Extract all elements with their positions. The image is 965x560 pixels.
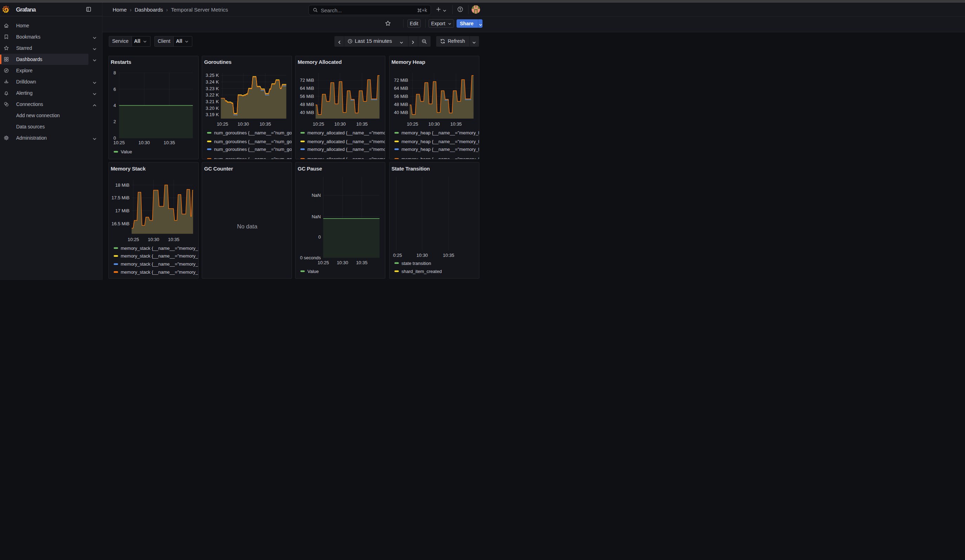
svg-text:num_goroutines {__name__="num_: num_goroutines {__name__="num_go: [214, 156, 292, 159]
svg-text:10:25: 10:25: [113, 140, 125, 145]
svg-text:10:30: 10:30: [337, 260, 348, 265]
svg-text:56 MiB: 56 MiB: [394, 93, 408, 99]
svg-text:10:25: 10:25: [216, 121, 228, 126]
svg-text:10:25: 10:25: [317, 260, 329, 265]
svg-text:num_goroutines {__name__="num_: num_goroutines {__name__="num_go: [214, 139, 292, 144]
svg-text:72 MiB: 72 MiB: [300, 77, 314, 82]
svg-text:10:25: 10:25: [313, 121, 325, 126]
svg-text:10:30: 10:30: [237, 121, 249, 126]
svg-text:48 MiB: 48 MiB: [300, 101, 314, 107]
svg-text:40 MiB: 40 MiB: [300, 110, 314, 115]
svg-text:40 MiB: 40 MiB: [394, 110, 408, 115]
svg-text:Value: Value: [121, 149, 132, 154]
svg-text:num_goroutines {__name__="num_: num_goroutines {__name__="num_go: [214, 147, 292, 152]
svg-text:8: 8: [113, 70, 116, 75]
svg-text:3.21 K: 3.21 K: [206, 99, 219, 104]
svg-text:2: 2: [113, 119, 116, 124]
svg-text:3.22 K: 3.22 K: [206, 92, 219, 98]
svg-text:56 MiB: 56 MiB: [300, 93, 314, 99]
svg-text:state transition: state transition: [401, 261, 431, 266]
svg-text:64 MiB: 64 MiB: [394, 85, 408, 90]
svg-text:3.25 K: 3.25 K: [206, 73, 219, 78]
svg-text:16.5 MiB: 16.5 MiB: [111, 221, 129, 226]
svg-text:17 MiB: 17 MiB: [115, 208, 129, 213]
svg-text:18 MiB: 18 MiB: [115, 183, 129, 188]
svg-text:10:30: 10:30: [416, 253, 428, 258]
svg-text:10:35: 10:35: [443, 253, 455, 258]
svg-text:10:30: 10:30: [428, 121, 440, 126]
svg-text:memory_heap {__name__="memory_: memory_heap {__name__="memory_h: [401, 156, 479, 159]
svg-text:10:35: 10:35: [168, 237, 179, 242]
svg-text:No data: No data: [237, 223, 258, 230]
svg-text:10:35: 10:35: [356, 260, 368, 265]
svg-text:72 MiB: 72 MiB: [394, 77, 408, 82]
svg-text:memory_allocated {__name__="me: memory_allocated {__name__="memo: [307, 139, 385, 144]
svg-text:Value: Value: [307, 269, 319, 274]
svg-text:3.23 K: 3.23 K: [206, 86, 219, 91]
svg-text:NaN: NaN: [312, 193, 321, 198]
svg-text:10:30: 10:30: [148, 237, 159, 242]
svg-text:6: 6: [113, 87, 116, 91]
svg-text:memory_allocated {__name__="me: memory_allocated {__name__="memo: [307, 156, 385, 159]
svg-text:10:25: 10:25: [128, 237, 139, 242]
svg-text:memory_allocated {__name__="me: memory_allocated {__name__="memo: [307, 147, 385, 152]
svg-text:3.24 K: 3.24 K: [206, 79, 219, 85]
svg-text:memory_stack {__name__="memory: memory_stack {__name__="memory_s: [121, 261, 199, 267]
svg-text:memory_stack {__name__="memory: memory_stack {__name__="memory_s: [121, 246, 199, 251]
svg-text:10:30: 10:30: [334, 121, 346, 126]
svg-text:10:35: 10:35: [357, 121, 368, 126]
svg-text:num_goroutines {__name__="num_: num_goroutines {__name__="num_go: [214, 130, 292, 136]
svg-text:memory_allocated {__name__="me: memory_allocated {__name__="memo: [307, 130, 385, 136]
svg-text:10:25: 10:25: [390, 253, 402, 258]
svg-text:10:35: 10:35: [450, 121, 462, 126]
svg-text:10:25: 10:25: [407, 121, 418, 126]
svg-text:17.5 MiB: 17.5 MiB: [111, 195, 129, 200]
svg-text:10:35: 10:35: [259, 121, 271, 126]
svg-text:4: 4: [113, 103, 116, 108]
svg-text:0: 0: [318, 234, 321, 240]
svg-text:memory_heap {__name__="memory_: memory_heap {__name__="memory_h: [401, 130, 479, 136]
svg-text:10:35: 10:35: [164, 140, 175, 145]
svg-text:3.20 K: 3.20 K: [206, 105, 219, 111]
svg-text:10:30: 10:30: [138, 140, 150, 145]
svg-text:memory_heap {__name__="memory_: memory_heap {__name__="memory_h: [401, 139, 479, 144]
svg-text:shard_item_created: shard_item_created: [401, 269, 442, 274]
svg-text:memory_stack {__name__="memory: memory_stack {__name__="memory_s: [121, 253, 199, 259]
svg-text:memory_stack {__name__="memory: memory_stack {__name__="memory_s: [121, 269, 199, 275]
svg-text:NaN: NaN: [312, 214, 321, 219]
svg-text:3.19 K: 3.19 K: [206, 112, 219, 117]
svg-text:48 MiB: 48 MiB: [394, 101, 408, 107]
svg-text:64 MiB: 64 MiB: [300, 85, 314, 90]
svg-text:memory_heap {__name__="memory_: memory_heap {__name__="memory_h: [401, 147, 479, 152]
